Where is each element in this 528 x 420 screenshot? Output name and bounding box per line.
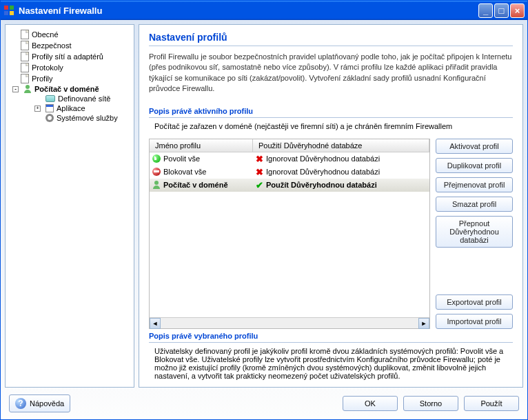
selected-profile-section-title: Popis právě vybraného profilu bbox=[149, 332, 513, 343]
active-profile-section-title: Popis právě aktivního profilu bbox=[149, 107, 513, 118]
header-trusted-db[interactable]: Použití Důvěryhodné databáze bbox=[253, 139, 429, 152]
table-body: Povolit vše✖Ignorovat Důvěryhodnou datab… bbox=[150, 152, 429, 317]
selected-profile-description: Uživatelsky definovaný profil je jakýkol… bbox=[149, 347, 513, 380]
content-panel: Nastavení profilů Profil Firewallu je so… bbox=[139, 24, 523, 388]
tree-item-label: Profily sítí a adaptérů bbox=[32, 52, 103, 61]
expand-icon[interactable]: + bbox=[34, 106, 41, 112]
tree-item-label: Systémové služby bbox=[57, 114, 118, 122]
tree-item-syst-mov-slu-by[interactable]: Systémové služby bbox=[33, 113, 119, 123]
page-description: Profil Firewallu je soubor bezpečnostníc… bbox=[149, 52, 513, 94]
apply-button[interactable]: Použít bbox=[464, 396, 519, 411]
page-icon bbox=[21, 52, 29, 61]
minimize-button[interactable]: _ bbox=[478, 3, 493, 18]
table-row[interactable]: Počítač v doméně✔Použít Důvěryhodnou dat… bbox=[150, 179, 429, 192]
svg-rect-0 bbox=[4, 6, 8, 10]
profile-name-cell: Blokovat vše bbox=[163, 168, 206, 176]
firewall-settings-window: Nastavení Firewallu _ □ × ObecnéBezpečno… bbox=[0, 0, 528, 420]
x-icon: ✖ bbox=[256, 154, 263, 164]
ok-button[interactable]: OK bbox=[343, 396, 398, 411]
delete-profile-button[interactable]: Smazat profil bbox=[436, 197, 513, 212]
page-title: Nastavení profilů bbox=[149, 32, 513, 46]
network-icon bbox=[45, 95, 55, 102]
window-title: Nastavení Firewallu bbox=[19, 6, 478, 16]
export-profile-button[interactable]: Exportovat profil bbox=[436, 294, 513, 310]
help-icon: ? bbox=[15, 398, 26, 409]
trusted-db-cell: Ignorovat Důvěryhodnou databázi bbox=[266, 168, 380, 176]
activate-profile-button[interactable]: Aktivovat profil bbox=[436, 139, 513, 154]
table-header: Jméno profilu Použití Důvěryhodné databá… bbox=[150, 139, 429, 152]
trusted-db-cell: Použít Důvěryhodnou databázi bbox=[266, 181, 377, 189]
close-button[interactable]: × bbox=[510, 3, 525, 18]
block-icon bbox=[152, 168, 161, 176]
page-icon bbox=[21, 41, 29, 50]
trusted-db-cell: Ignorovat Důvěryhodnou databázi bbox=[266, 154, 380, 163]
user-icon bbox=[23, 85, 32, 93]
svg-rect-1 bbox=[10, 6, 14, 10]
toggle-trusted-db-button[interactable]: Přepnout Důvěryhodnou databázi bbox=[436, 216, 513, 248]
profile-name-cell: Povolit vše bbox=[163, 154, 200, 163]
tree-item-bezpe-nost[interactable]: Bezpečnost bbox=[19, 40, 72, 51]
svg-rect-3 bbox=[10, 11, 14, 15]
tree-item-label: Počítač v doméně bbox=[34, 85, 99, 93]
gear-icon bbox=[45, 114, 54, 122]
table-row[interactable]: Blokovat vše✖Ignorovat Důvěryhodnou data… bbox=[150, 166, 429, 179]
allow-icon bbox=[152, 154, 161, 163]
collapse-icon[interactable]: - bbox=[12, 86, 19, 92]
application-icon bbox=[45, 104, 54, 112]
help-button-label: Nápověda bbox=[30, 399, 64, 408]
help-button[interactable]: ? Nápověda bbox=[9, 394, 70, 412]
tree-item-label: Bezpečnost bbox=[32, 41, 71, 50]
tree-item-aplikace[interactable]: +Aplikace bbox=[33, 103, 87, 113]
tree-item-obecn-[interactable]: Obecné bbox=[19, 29, 60, 40]
tree-item-profily-s-t-a-adapt-r-[interactable]: Profily sítí a adaptérů bbox=[19, 51, 105, 62]
duplicate-profile-button[interactable]: Duplikovat profil bbox=[436, 158, 513, 173]
header-profile-name[interactable]: Jméno profilu bbox=[150, 139, 253, 152]
tree-item-definovan-s-t-[interactable]: Definované sítě bbox=[33, 94, 112, 103]
profiles-table: Jméno profilu Použití Důvěryhodné databá… bbox=[149, 139, 430, 329]
active-profile-description: Počítač je zařazen v doméně (nejčastěji … bbox=[149, 122, 513, 130]
user-icon bbox=[152, 181, 161, 189]
cancel-button[interactable]: Storno bbox=[403, 396, 458, 411]
titlebar: Nastavení Firewallu _ □ × bbox=[1, 1, 527, 20]
check-icon: ✔ bbox=[256, 180, 263, 190]
tree-item-label: Protokoly bbox=[32, 63, 63, 72]
profile-action-buttons: Aktivovat profil Duplikovat profil Přejm… bbox=[436, 139, 513, 329]
x-icon: ✖ bbox=[256, 167, 263, 177]
horizontal-scrollbar[interactable]: ◄ ► bbox=[150, 317, 429, 328]
tree-item-label: Obecné bbox=[32, 30, 59, 39]
tree-item-profily[interactable]: Profily bbox=[19, 73, 54, 84]
page-icon bbox=[21, 74, 29, 83]
nav-tree: ObecnéBezpečnostProfily sítí a adaptérůP… bbox=[5, 24, 134, 388]
app-icon bbox=[3, 5, 14, 16]
table-row[interactable]: Povolit vše✖Ignorovat Důvěryhodnou datab… bbox=[150, 152, 429, 166]
import-profile-button[interactable]: Importovat profil bbox=[436, 314, 513, 329]
tree-item-label: Profily bbox=[32, 74, 53, 83]
dialog-footer: ? Nápověda OK Storno Použít bbox=[5, 392, 523, 415]
tree-item-protokoly[interactable]: Protokoly bbox=[19, 62, 65, 73]
page-icon bbox=[21, 63, 29, 72]
scroll-left-button[interactable]: ◄ bbox=[150, 318, 161, 329]
tree-item-po-ta-v-dom-n-[interactable]: -Počítač v doméně bbox=[11, 84, 101, 94]
tree-item-label: Definované sítě bbox=[58, 94, 110, 103]
maximize-button[interactable]: □ bbox=[494, 3, 509, 18]
page-icon bbox=[21, 30, 29, 39]
rename-profile-button[interactable]: Přejmenovat profil bbox=[436, 177, 513, 192]
scroll-right-button[interactable]: ► bbox=[418, 318, 429, 329]
svg-rect-2 bbox=[4, 11, 8, 15]
profile-name-cell: Počítač v doméně bbox=[163, 181, 228, 189]
tree-item-label: Aplikace bbox=[57, 104, 85, 112]
